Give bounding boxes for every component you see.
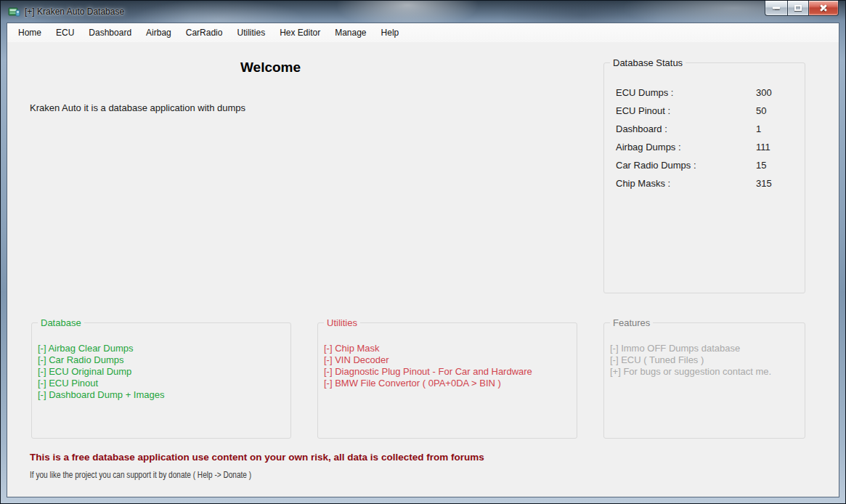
utilities-item-chip-mask[interactable]: [-] Chip Mask (324, 343, 574, 354)
database-status-title: Database Status (610, 57, 686, 68)
features-list: [-] Immo OFF Dumps database [-] ECU ( Tu… (610, 343, 802, 378)
app-window: [+] Kraken Auto Database Home ECU Dashbo… (0, 0, 846, 504)
titlebar[interactable]: [+] Kraken Auto Database (1, 1, 845, 23)
app-icon (8, 6, 20, 17)
stat-label: ECU Dumps : (616, 87, 673, 98)
stat-value: 50 (756, 105, 766, 116)
features-groupbox: Features [-] Immo OFF Dumps database [-]… (603, 322, 805, 439)
utilities-item-vin-decoder[interactable]: [-] VIN Decoder (324, 354, 574, 366)
stat-row-dashboard: Dashboard : 1 (616, 123, 799, 134)
menu-manage[interactable]: Manage (328, 25, 373, 41)
utilities-groupbox-title: Utilities (324, 317, 360, 328)
minimize-icon (773, 7, 780, 9)
database-item-airbag-clear-dumps[interactable]: [-] Airbag Clear Dumps (38, 343, 288, 354)
stat-label: Airbag Dumps : (616, 142, 681, 153)
stat-label: Dashboard : (616, 123, 667, 134)
database-item-car-radio-dumps[interactable]: [-] Car Radio Dumps (38, 354, 288, 366)
menubar: Home ECU Dashboard Airbag CarRadio Utili… (7, 23, 839, 42)
stat-label: Chip Masks : (616, 178, 670, 189)
stat-label: ECU Pinout : (616, 105, 670, 116)
client-area: Welcome Kraken Auto it is a database app… (7, 42, 839, 497)
minimize-button[interactable] (765, 1, 787, 16)
stat-row-airbag-dumps: Airbag Dumps : 111 (616, 142, 799, 153)
stat-value: 300 (756, 87, 772, 98)
window-controls (765, 1, 839, 16)
database-groupbox-title: Database (38, 317, 84, 328)
utilities-list: [-] Chip Mask [-] VIN Decoder [-] Diagno… (324, 343, 574, 389)
stat-label: Car Radio Dumps : (616, 160, 696, 171)
menu-carradio[interactable]: CarRadio (179, 25, 230, 41)
menu-utilities[interactable]: Utilities (229, 25, 272, 41)
menu-dashboard[interactable]: Dashboard (81, 25, 139, 41)
stat-row-ecu-pinout: ECU Pinout : 50 (616, 105, 799, 116)
utilities-groupbox: Utilities [-] Chip Mask [-] VIN Decoder … (317, 322, 577, 439)
features-item-contact: [+] For bugs or suggestion contact me. (610, 366, 802, 378)
database-item-ecu-original-dump[interactable]: [-] ECU Original Dump (38, 366, 288, 378)
features-item-ecu-tuned-files: [-] ECU ( Tuned Files ) (610, 354, 802, 366)
menu-ecu[interactable]: ECU (49, 25, 81, 41)
menu-home[interactable]: Home (11, 25, 49, 41)
stat-value: 1 (756, 123, 761, 134)
maximize-icon (794, 5, 802, 11)
database-item-ecu-pinout[interactable]: [-] ECU Pinout (38, 378, 288, 389)
stat-value: 15 (756, 160, 766, 171)
stat-row-ecu-dumps: ECU Dumps : 300 (616, 87, 799, 98)
menu-airbag[interactable]: Airbag (139, 25, 179, 41)
window-title: [+] Kraken Auto Database (25, 7, 124, 17)
utilities-item-diagnostic-plug-pinout[interactable]: [-] Diagnostic Plug Pinout - For Car and… (324, 366, 574, 378)
menu-hex-editor[interactable]: Hex Editor (272, 25, 328, 41)
database-list: [-] Airbag Clear Dumps [-] Car Radio Dum… (38, 343, 288, 401)
database-groupbox: Database [-] Airbag Clear Dumps [-] Car … (31, 322, 291, 439)
window-body: Home ECU Dashboard Airbag CarRadio Utili… (7, 23, 839, 497)
stat-value: 111 (756, 142, 770, 153)
database-item-dashboard-dump-images[interactable]: [-] Dashboard Dump + Images (38, 389, 288, 401)
utilities-item-bmw-file-convertor[interactable]: [-] BMW File Convertor ( 0PA+0DA > BIN ) (324, 378, 574, 389)
stat-row-carradio-dumps: Car Radio Dumps : 15 (616, 160, 799, 171)
menu-help[interactable]: Help (374, 25, 407, 41)
maximize-button[interactable] (787, 1, 809, 16)
stat-value: 315 (756, 178, 772, 189)
close-button[interactable] (809, 1, 839, 16)
features-item-immo-off: [-] Immo OFF Dumps database (610, 343, 802, 354)
disclaimer-text: This is a free database application use … (30, 452, 484, 463)
stat-row-chip-masks: Chip Masks : 315 (616, 178, 799, 189)
features-groupbox-title: Features (610, 317, 653, 328)
donate-note: If you like the project you can support … (30, 470, 251, 480)
welcome-heading: Welcome (240, 60, 301, 76)
intro-text: Kraken Auto it is a database application… (30, 102, 245, 113)
close-icon (819, 4, 829, 13)
database-status-groupbox: Database Status ECU Dumps : 300 ECU Pino… (603, 62, 805, 293)
